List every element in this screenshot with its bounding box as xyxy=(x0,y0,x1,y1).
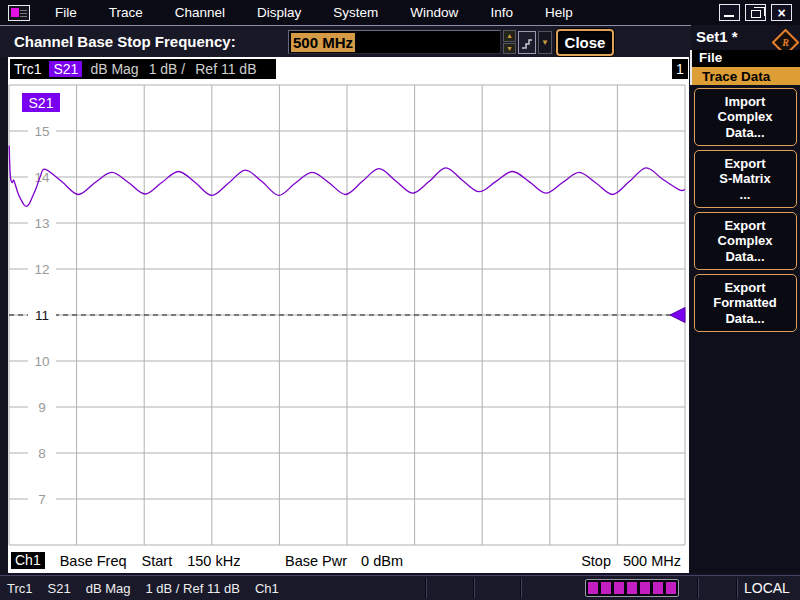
close-window-button[interactable]: × xyxy=(771,4,792,21)
restore-icon xyxy=(751,10,761,18)
spin-down-button[interactable]: ▼ xyxy=(503,43,516,55)
trace-scale: 1 dB / xyxy=(149,61,186,77)
chevron-down-icon: ▼ xyxy=(541,38,549,47)
menu-item-channel[interactable]: Channel xyxy=(159,2,241,23)
close-entry-button[interactable]: Close xyxy=(556,29,614,56)
progress-segment xyxy=(666,582,676,594)
menu-item-display[interactable]: Display xyxy=(241,2,317,23)
close-icon: × xyxy=(777,5,785,21)
y-axis-label: 9 xyxy=(38,400,46,415)
softkey-export-formatted-data[interactable]: Export Formatted Data... xyxy=(694,274,797,332)
s21-trace-chart: 789101112131415S21 xyxy=(8,83,689,547)
progress-segment xyxy=(627,582,637,594)
menu-item-system[interactable]: System xyxy=(317,2,394,23)
spin-up-button[interactable]: ▲ xyxy=(503,30,516,42)
softkey-export-s-matrix[interactable]: Export S-Matrix ... xyxy=(694,150,797,208)
restore-button[interactable] xyxy=(745,4,766,21)
ref-level-marker[interactable] xyxy=(670,308,685,323)
svg-text:R: R xyxy=(781,37,789,48)
step-icon xyxy=(520,36,534,50)
start-value: 150 kHz xyxy=(187,553,240,569)
trace-info-bar[interactable]: Trc1 S21 dB Mag 1 dB / Ref 11 dB xyxy=(10,59,276,79)
softkey-export-complex-data[interactable]: Export Complex Data... xyxy=(694,212,797,270)
status-separator xyxy=(697,578,699,598)
step-size-button[interactable] xyxy=(518,31,536,54)
status-item-1: S21 xyxy=(48,581,71,596)
menu-bar: FileTraceChannelDisplaySystemWindowInfoH… xyxy=(0,0,800,25)
softkey-sidebar: File Trace Data Import Complex Data...Ex… xyxy=(690,50,800,573)
setup-name: Set1 * xyxy=(696,28,738,45)
minimize-button[interactable] xyxy=(719,4,740,21)
status-separator xyxy=(736,578,738,598)
status-separator xyxy=(425,578,427,598)
menu-item-file[interactable]: File xyxy=(39,2,93,23)
channel-info-bar: Ch1 Base Freq Start 150 kHz Base Pwr 0 d… xyxy=(8,550,689,572)
y-axis-label: 13 xyxy=(34,216,49,231)
trace-format: dB Mag xyxy=(90,61,138,77)
chart-trace-badge-label: S21 xyxy=(29,95,54,111)
y-axis-label: 10 xyxy=(34,354,49,369)
local-mode-label: LOCAL xyxy=(744,580,790,596)
progress-segment xyxy=(601,582,611,594)
status-trace-info: Trc1S21dB Mag1 dB / Ref 11 dBCh1 xyxy=(7,581,294,596)
trace-name: Trc1 xyxy=(14,61,41,77)
entry-toolbar: Channel Base Stop Frequency: 500 MHz ▲ ▼… xyxy=(0,25,691,57)
softkey-menu-title[interactable]: File xyxy=(690,50,800,67)
base-pwr-value: 0 dBm xyxy=(361,553,403,569)
menu-item-window[interactable]: Window xyxy=(394,2,474,23)
status-separator xyxy=(473,578,475,598)
trace-ref: Ref 11 dB xyxy=(195,61,256,77)
y-axis-label: 12 xyxy=(34,262,49,277)
frequency-input[interactable]: 500 MHz xyxy=(288,30,501,54)
window-controls: × xyxy=(719,4,792,21)
value-spinner: ▲ ▼ xyxy=(503,30,516,54)
menu-item-help[interactable]: Help xyxy=(529,2,589,23)
menu-item-trace[interactable]: Trace xyxy=(93,2,159,23)
status-separator xyxy=(520,578,522,598)
y-axis-label: 11 xyxy=(35,308,49,323)
y-axis-label: 15 xyxy=(34,124,49,139)
status-item-4: Ch1 xyxy=(255,581,279,596)
progress-segment xyxy=(614,582,624,594)
progress-segment xyxy=(640,582,650,594)
unit-dropdown-button[interactable]: ▼ xyxy=(538,31,552,54)
channel-badge: Ch1 xyxy=(11,552,45,569)
menu-item-info[interactable]: Info xyxy=(474,2,529,23)
y-axis-label: 8 xyxy=(38,446,46,461)
diagram-window-number: 1 xyxy=(672,59,688,79)
softkey-buttons: Import Complex Data...Export S-Matrix ..… xyxy=(690,85,800,332)
y-axis-label: 7 xyxy=(38,492,46,507)
sweep-progress-indicator xyxy=(585,579,679,597)
base-pwr-label: Base Pwr xyxy=(285,553,347,569)
status-item-2: dB Mag xyxy=(86,581,131,596)
softkey-submenu-title[interactable]: Trace Data xyxy=(690,67,800,85)
trace-measurement-badge: S21 xyxy=(49,61,82,77)
status-item-0: Trc1 xyxy=(7,581,33,596)
stop-label: Stop xyxy=(581,553,611,569)
app-icon-grid xyxy=(20,8,27,17)
softkey-import-complex-data[interactable]: Import Complex Data... xyxy=(694,88,797,146)
menu-items: FileTraceChannelDisplaySystemWindowInfoH… xyxy=(39,2,589,23)
app-icon-square xyxy=(11,8,19,17)
status-item-3: 1 dB / Ref 11 dB xyxy=(145,581,239,596)
status-bar: Trc1S21dB Mag1 dB / Ref 11 dBCh1 LOCAL xyxy=(0,575,800,600)
minimize-icon xyxy=(724,15,734,17)
base-freq-label: Base Freq xyxy=(60,553,127,569)
progress-segment xyxy=(653,582,663,594)
start-label: Start xyxy=(142,553,173,569)
frequency-input-value: 500 MHz xyxy=(291,33,355,52)
diagram-area: Trc1 S21 dB Mag 1 dB / Ref 11 dB 1 78910… xyxy=(8,57,689,573)
progress-segment xyxy=(588,582,598,594)
stop-value: 500 MHz xyxy=(623,553,681,569)
entry-field-label: Channel Base Stop Frequency: xyxy=(14,33,236,50)
app-icon[interactable] xyxy=(8,5,30,21)
